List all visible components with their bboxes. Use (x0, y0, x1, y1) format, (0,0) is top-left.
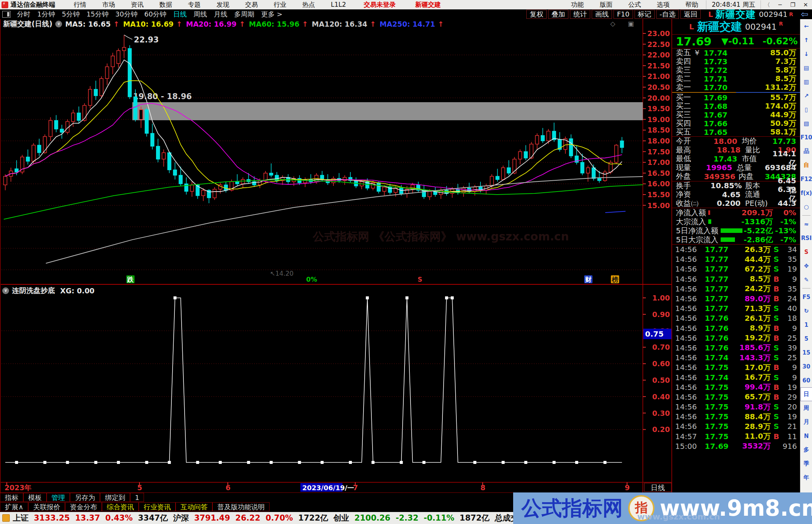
period-日线[interactable]: 日线 (170, 10, 190, 18)
tick-row[interactable]: 14:5617.7724.2万B35 (672, 284, 800, 294)
menu-item-L1L2[interactable]: L1L2 (323, 1, 354, 8)
tick-row[interactable]: 14:5617.76185.6万S39 (672, 343, 800, 353)
tick-row[interactable]: 14:5617.768.9万B9 (672, 323, 800, 333)
tick-row[interactable]: 14:5617.7416.7万S9 (672, 372, 800, 382)
menu-item-行情[interactable]: 行情 (66, 1, 94, 8)
chart-dropdown-icon[interactable]: ∨ (55, 21, 62, 27)
toolbar-button-F10[interactable]: F10 (614, 10, 633, 19)
toolbar-button-叠加[interactable]: 叠加 (548, 10, 568, 19)
minimize-button[interactable]: ─ (774, 2, 786, 8)
strip-icon-▧[interactable]: ▧ (800, 116, 812, 130)
tab-绑定到[interactable]: 绑定到 (100, 493, 130, 502)
collapse-button[interactable]: 〈 (761, 2, 774, 9)
strip-icon-↻[interactable]: ↻ (800, 304, 812, 318)
tick-row[interactable]: 14:5617.7565.7万B29 (672, 392, 800, 402)
strip-icon-←[interactable]: ← (800, 19, 812, 33)
ask-row[interactable]: 卖三17.725.8万 (672, 66, 800, 74)
period-周线[interactable]: 周线 (190, 10, 211, 18)
current-stock-label[interactable]: 新疆交建 (406, 0, 451, 9)
toolbar-button-返回[interactable]: 返回 (680, 10, 701, 19)
market-status-icon[interactable] (2, 514, 10, 522)
period-1分钟[interactable]: 1分钟 (34, 10, 58, 18)
period-5分钟[interactable]: 5分钟 (58, 10, 83, 18)
menu-item-专题[interactable]: 专题 (180, 1, 209, 8)
tab-管理[interactable]: 管理 (47, 493, 70, 502)
menu-item-热点[interactable]: 热点 (294, 1, 323, 8)
menu-item-选项[interactable]: 选项 (649, 1, 677, 8)
menu-item-帮助[interactable]: 帮助 (677, 1, 706, 8)
strip-icon-▤[interactable]: ▤ (800, 61, 812, 75)
tab-互动问答[interactable]: 互动问答 (176, 502, 212, 511)
indicator-dropdown-icon[interactable]: ∨ (2, 287, 9, 294)
ask-row[interactable]: 卖一17.70131.2万 (672, 83, 800, 92)
strip-icon-15[interactable]: 15 (800, 346, 812, 359)
period-30分钟[interactable]: 30分钟 (112, 10, 141, 18)
tick-row[interactable]: 14:5617.7588.4万S19 (672, 412, 800, 421)
strip-icon-季[interactable]: 季 (800, 457, 812, 471)
tick-row[interactable]: 14:5617.7528.9万S21 (672, 421, 800, 431)
tick-row[interactable]: 14:5617.7619.2万B25 (672, 333, 800, 343)
strip-icon-f(x)[interactable]: f(x) (800, 186, 812, 200)
restore-button[interactable]: ❐ (786, 2, 799, 8)
strip-icon-↓[interactable]: ↓ (800, 47, 812, 61)
tab-指标[interactable]: 指标 (0, 493, 23, 502)
strip-icon-↗[interactable]: ↗ (800, 89, 812, 103)
bid-row[interactable]: 买三17.6744.9万 (672, 110, 800, 119)
toolbar-button-标记[interactable]: 标记 (635, 10, 655, 19)
strip-icon-1[interactable]: 1 (800, 318, 812, 332)
menu-item-资讯[interactable]: 资讯 (123, 1, 151, 8)
strip-icon-多[interactable]: 多 (800, 443, 812, 457)
ask-row[interactable]: 卖四17.737.3万 (672, 57, 800, 66)
strip-icon-自[interactable]: 自 (800, 158, 812, 172)
period-60分钟[interactable]: 60分钟 (141, 10, 170, 18)
menu-item-功能[interactable]: 功能 (563, 1, 592, 8)
bid-row[interactable]: 买五17.6558.1万 (672, 128, 800, 136)
strip-icon-周[interactable]: 周 (800, 401, 812, 415)
tab-1[interactable]: 1 (130, 493, 144, 502)
close-button[interactable]: ✕ (799, 2, 812, 8)
chart-corner-icons[interactable]: ◇ ▣ (610, 20, 639, 27)
bid-row[interactable]: 买二17.68174.0万 (672, 102, 800, 110)
strip-icon-F5[interactable]: F5 (800, 290, 812, 304)
tick-row[interactable]: 14:5617.7744.4万S35 (672, 254, 800, 264)
back-arrow-icon[interactable]: ⇦ (801, 9, 808, 20)
strip-icon-年[interactable]: 年 (800, 471, 812, 485)
strip-icon-N[interactable]: N (800, 429, 812, 443)
strip-icon-F12[interactable]: F12 (800, 172, 812, 186)
tab-另存为[interactable]: 另存为 (70, 493, 100, 502)
split-window-icon[interactable] (2, 11, 11, 18)
tab-扩展∧[interactable]: 扩展∧ (0, 502, 28, 511)
tab-关联报价[interactable]: 关联报价 (28, 502, 65, 511)
period-更多 >[interactable]: 更多 > (258, 10, 286, 18)
tick-row[interactable]: 14:5617.74143.3万S25 (672, 353, 800, 362)
strip-icon-▯[interactable]: ▯ (800, 103, 812, 116)
ask-row[interactable]: 卖二17.718.5万 (672, 74, 800, 83)
tick-row[interactable]: 14:5617.7626.1万S18 (672, 313, 800, 323)
tick-row[interactable]: 14:5617.7599.4万B19 (672, 382, 800, 392)
menu-item-数据[interactable]: 数据 (151, 1, 180, 8)
tab-模板[interactable]: 模板 (23, 493, 47, 502)
toolbar-button-画线[interactable]: 画线 (592, 10, 612, 19)
strip-icon-✎[interactable]: ✎ (800, 273, 812, 287)
tick-row[interactable]: 14:5617.7767.2万S19 (672, 264, 800, 274)
strip-icon-60[interactable]: 60 (800, 373, 812, 387)
strip-icon-日[interactable]: 日 (800, 387, 812, 401)
strip-icon-品[interactable]: 品 (800, 144, 812, 158)
chart-area[interactable]: 新疆交建(日线) ∨ MA5: 16.65↑MA10: 16.69↑MA20: … (0, 19, 671, 492)
strip-icon-F10[interactable]: F10 (800, 130, 812, 144)
tick-row[interactable]: 14:5617.7789.0万B24 (672, 294, 800, 304)
tab-行业资讯[interactable]: 行业资讯 (139, 502, 176, 511)
tick-row[interactable]: 14:5617.7726.3万S34 (672, 245, 800, 254)
strip-icon-30[interactable]: 30 (800, 359, 812, 373)
strip-icon-RSI[interactable]: RSI (800, 231, 812, 245)
menu-item-行业[interactable]: 行业 (266, 1, 294, 8)
ask-row[interactable]: 卖五 ￥17.7485.0万 (672, 48, 800, 57)
strip-icon-○[interactable]: ○ (800, 200, 812, 214)
period-分时[interactable]: 分时 (14, 10, 34, 18)
tab-资金分布[interactable]: 资金分布 (65, 502, 102, 511)
strip-icon-5[interactable]: 5 (800, 332, 812, 346)
strip-icon-≈[interactable]: ≈ (800, 217, 812, 231)
menu-item-发现[interactable]: 发现 (209, 1, 237, 8)
menu-item-版面[interactable]: 版面 (592, 1, 620, 8)
period-15分钟[interactable]: 15分钟 (83, 10, 112, 18)
